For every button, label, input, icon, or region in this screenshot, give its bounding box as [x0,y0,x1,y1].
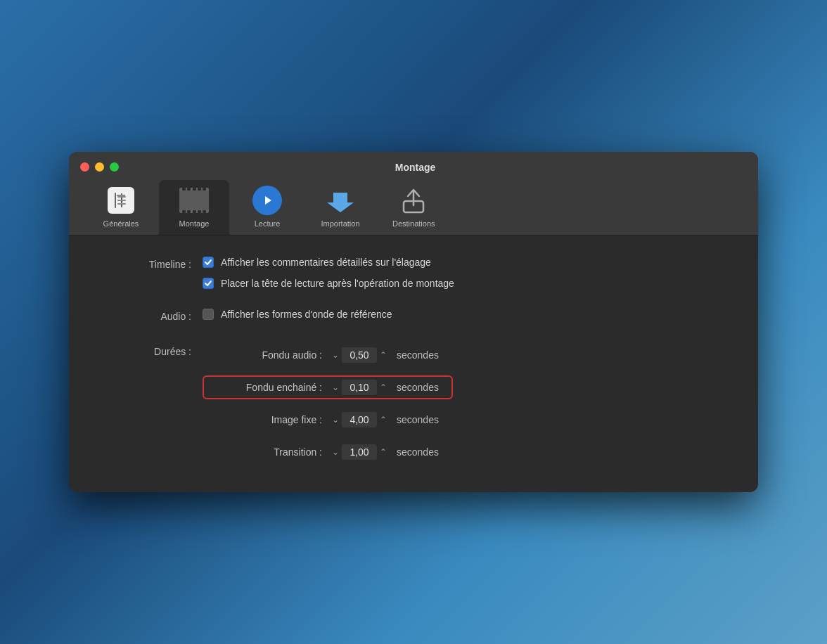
transition-unit: secondes [397,446,446,458]
timeline-checkboxes: Afficher les commentaires détaillés sur … [203,257,454,289]
audio-checkbox-row-1: Afficher les formes d'onde de référence [203,309,392,320]
close-button[interactable] [80,162,89,172]
tab-label-importation: Importation [321,219,359,228]
timeline-checkbox-row-2: Placer la tête de lecture après l'opérat… [203,278,454,289]
svg-rect-1 [117,196,126,198]
transition-stepper[interactable]: ⌄ 1,00 ⌃ [329,444,390,460]
timeline-checkbox-label-2: Placer la tête de lecture après l'opérat… [221,278,454,289]
svg-marker-4 [265,196,271,205]
fondu-audio-stepper[interactable]: ⌄ 0,50 ⌃ [329,347,390,363]
fondu-enchaine-stepper[interactable]: ⌄ 0,10 ⌃ [329,380,390,395]
tab-label-montage: Montage [179,219,210,228]
transition-row: Transition : ⌄ 1,00 ⌃ secondes [203,440,453,464]
tab-generales[interactable]: Générales [86,180,156,235]
tab-label-lecture: Lecture [255,219,281,228]
fondu-enchaine-down[interactable]: ⌄ [329,382,342,392]
timeline-checkbox-2[interactable] [203,278,214,289]
transition-label: Transition : [210,446,322,458]
durees-label: Durées : [111,343,203,357]
timeline-section: Timeline : Afficher les commentaires dét… [111,257,716,289]
fondu-audio-value[interactable]: 0,50 [342,347,377,363]
timeline-label: Timeline : [111,257,203,272]
image-fixe-row: Image fixe : ⌄ 4,00 ⌃ secondes [203,408,453,432]
timeline-checkbox-label-1: Afficher les commentaires détaillés sur … [221,257,431,268]
svg-marker-5 [327,193,354,212]
fondu-enchaine-label: Fondu enchainé : [210,382,322,393]
audio-checkboxes: Afficher les formes d'onde de référence [203,309,392,320]
main-window: Montage Générales [69,152,758,493]
montage-icon [179,186,209,215]
tab-montage[interactable]: Montage [159,180,229,235]
traffic-lights [80,162,119,172]
fondu-audio-label: Fondu audio : [210,349,322,361]
transition-up[interactable]: ⌃ [377,447,390,457]
svg-rect-2 [117,200,126,201]
svg-rect-3 [117,203,126,205]
tab-lecture[interactable]: Lecture [232,180,302,235]
durees-rows: Fondu audio : ⌄ 0,50 ⌃ secondes Fondu en… [203,343,453,464]
tab-destinations[interactable]: Destinations [378,180,449,235]
fondu-enchaine-row: Fondu enchainé : ⌄ 0,10 ⌃ secondes [203,375,453,399]
importation-icon [326,186,355,215]
destinations-icon [399,186,428,215]
durees-section: Durées : Fondu audio : ⌄ 0,50 ⌃ secondes… [111,343,716,464]
audio-label: Audio : [111,309,203,324]
minimize-button[interactable] [95,162,104,172]
fondu-enchaine-value[interactable]: 0,10 [342,380,377,395]
image-fixe-down[interactable]: ⌄ [329,415,342,425]
image-fixe-label: Image fixe : [210,414,322,425]
toolbar: Générales [80,180,747,235]
timeline-checkbox-row-1: Afficher les commentaires détaillés sur … [203,257,454,268]
image-fixe-value[interactable]: 4,00 [342,412,377,427]
audio-section: Audio : Afficher les formes d'onde de ré… [111,309,716,324]
content-area: Timeline : Afficher les commentaires dét… [69,236,758,493]
fondu-audio-up[interactable]: ⌃ [377,350,390,360]
generales-icon [106,186,136,215]
lecture-icon [252,186,282,215]
audio-checkbox-1[interactable] [203,309,214,320]
fondu-enchaine-up[interactable]: ⌃ [377,382,390,392]
tab-label-destinations: Destinations [392,219,435,228]
image-fixe-unit: secondes [397,414,446,425]
timeline-checkbox-1[interactable] [203,257,214,268]
tab-importation[interactable]: Importation [305,180,376,235]
fondu-enchaine-unit: secondes [397,382,446,393]
titlebar: Montage Générales [69,152,758,236]
tab-label-generales: Générales [103,219,139,228]
maximize-button[interactable] [110,162,119,172]
fondu-audio-row: Fondu audio : ⌄ 0,50 ⌃ secondes [203,343,453,367]
transition-down[interactable]: ⌄ [329,447,342,457]
audio-checkbox-label-1: Afficher les formes d'onde de référence [221,309,392,320]
fondu-audio-unit: secondes [397,349,446,361]
image-fixe-stepper[interactable]: ⌄ 4,00 ⌃ [329,412,390,427]
window-title: Montage [119,162,712,173]
fondu-audio-down[interactable]: ⌄ [329,350,342,360]
image-fixe-up[interactable]: ⌃ [377,415,390,425]
transition-value[interactable]: 1,00 [342,444,377,460]
